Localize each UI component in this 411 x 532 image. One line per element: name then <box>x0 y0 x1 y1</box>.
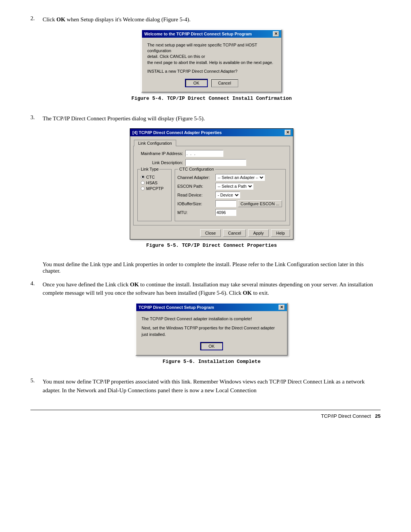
figure6-buttons: OK <box>142 342 282 350</box>
figure4-buttons: OK Cancel <box>147 79 276 87</box>
mainframe-ip-label: Mainframe IP Address: <box>137 151 183 156</box>
figure5-title: [4] TCP/IP Direct Connect Adapter Proper… <box>132 130 285 135</box>
item-2: 2. Click OK when Setup displays it's Wel… <box>30 15 381 107</box>
figure6-caption: Figure 5-6. Installation Complete <box>43 359 381 364</box>
iobuffersize-row: IOBufferSize: Configure ESCON ... <box>177 200 283 207</box>
figure4-line2: INSTALL a new TCP/IP Direct Connect Adap… <box>147 69 276 74</box>
item-number-4: 4. <box>30 280 43 287</box>
figure4-titlebar: Welcome to the TCP/IP Direct Connect Set… <box>142 30 281 38</box>
figure4-ok-button[interactable]: OK <box>185 79 208 87</box>
radio-mpcptp-label: MPCPTP <box>146 186 164 191</box>
ctc-config-box: CTC Configuration Channel Adapter: -- Se… <box>175 169 286 221</box>
figure5-close-icon[interactable]: ✕ <box>285 130 291 135</box>
read-device-row: Read Device: - Device ? <box>177 192 283 198</box>
spacer <box>141 172 168 175</box>
bottom-rule <box>30 410 381 410</box>
read-device-select[interactable]: - Device ? <box>215 192 240 198</box>
mtu-label: MTU: <box>177 210 215 215</box>
figure6-ok-button[interactable]: OK <box>200 342 223 350</box>
figure5-dialog: [4] TCP/IP Direct Connect Adapter Proper… <box>130 128 293 240</box>
figure5-titlebar: [4] TCP/IP Direct Connect Adapter Proper… <box>130 129 293 136</box>
figure5-help-button[interactable]: Help <box>271 229 290 237</box>
link-type-label: Link Type <box>140 167 159 171</box>
item-number-3: 3. <box>30 114 43 121</box>
figure4-close-icon[interactable]: ✕ <box>273 31 279 37</box>
footer-text: TCP/IP Direct Connect 25 <box>321 413 381 419</box>
channel-adapter-label: Channel Adapter: <box>177 175 215 180</box>
item-5: 5. You must now define TCP/IP properties… <box>30 377 381 398</box>
page-number: 25 <box>375 413 381 419</box>
tab-link-configuration[interactable]: Link Configuration <box>134 140 176 146</box>
item-body-3: The TCP/IP Direct Connect Properties dia… <box>43 114 381 254</box>
radio-ctc-row: CTC <box>141 175 168 179</box>
escon-path-row: ESCON Path: -- Select a Path -- <box>177 183 283 190</box>
link-type-box: Link Type CTC HSAS <box>137 169 172 221</box>
ok-bold: OK <box>56 16 65 22</box>
iobuffersize-input[interactable] <box>215 200 236 207</box>
ctc-config-label: CTC Configuration <box>178 167 215 171</box>
item-2-rest: when Setup displays it's Welcome dialog … <box>67 16 190 22</box>
figure6-line1: The TCP/IP Direct Connect adapter instal… <box>142 316 282 322</box>
radio-hsas[interactable] <box>141 181 145 185</box>
figure6-line2: Next, set the Windows TCP/IP properties … <box>142 325 282 337</box>
channel-adapter-row: Channel Adapter: -- Select an Adapter -- <box>177 174 283 181</box>
radio-mpcptp-row: MPCPTP <box>141 186 168 191</box>
link-desc-label: Link Description: <box>137 160 183 165</box>
item-2-text: Click OK when Setup displays it's Welcom… <box>43 15 381 24</box>
figure4-caption: Figure 5-4. TCP/IP Direct Connect Instal… <box>43 96 381 101</box>
figure5-close-button[interactable]: Close <box>200 229 221 237</box>
radio-ctc[interactable] <box>141 175 145 179</box>
footer: TCP/IP Direct Connect 25 <box>30 413 381 419</box>
figure6-title: TCP/IP Direct Connect Setup Program <box>139 305 279 310</box>
mtu-row: MTU: 4096 <box>177 209 283 216</box>
figure6-container: TCP/IP Direct Connect Setup Program ✕ Th… <box>43 303 381 356</box>
iobuffersize-label: IOBufferSize: <box>177 201 215 206</box>
link-desc-row: Link Description: <box>137 159 286 166</box>
figure4-container: Welcome to the TCP/IP Direct Connect Set… <box>43 29 381 93</box>
item-3: 3. The TCP/IP Direct Connect Properties … <box>30 114 381 254</box>
lower-section: Link Type CTC HSAS <box>137 169 286 221</box>
ok-bold-3: OK <box>243 290 252 296</box>
figure5-tabs: Link Configuration <box>132 138 292 146</box>
figure6-body: The TCP/IP Direct Connect adapter instal… <box>136 311 287 355</box>
item-4-text: Once you have defined the Link click OK … <box>43 280 381 297</box>
middle-paragraph: You must define the Link type and Link p… <box>43 261 381 274</box>
figure5-dialog-buttons: Close Cancel Apply Help <box>130 227 293 239</box>
figure5-tab-area: Link Configuration Mainframe IP Address:… <box>130 136 293 225</box>
figure4-cancel-button[interactable]: Cancel <box>211 79 238 87</box>
figure6-close-icon[interactable]: ✕ <box>279 305 285 310</box>
figure5-cancel-button[interactable]: Cancel <box>223 229 246 237</box>
radio-hsas-label: HSAS <box>146 181 158 185</box>
mainframe-ip-row: Mainframe IP Address: <box>137 150 286 157</box>
item-body-4: Once you have defined the Link click OK … <box>43 280 381 371</box>
figure5-caption: Figure 5-5. TCP/IP Direct Connect Proper… <box>43 243 381 248</box>
figure6-titlebar: TCP/IP Direct Connect Setup Program ✕ <box>136 304 287 311</box>
link-desc-input[interactable] <box>185 159 246 166</box>
read-device-label: Read Device: <box>177 193 215 197</box>
figure4-line1: The next setup page will require specifi… <box>147 42 276 66</box>
item-number-5: 5. <box>30 377 43 384</box>
item-4: 4. Once you have defined the Link click … <box>30 280 381 371</box>
figure5-container: [4] TCP/IP Direct Connect Adapter Proper… <box>43 128 381 240</box>
figure6-dialog: TCP/IP Direct Connect Setup Program ✕ Th… <box>135 303 288 356</box>
channel-adapter-select[interactable]: -- Select an Adapter -- <box>215 174 265 181</box>
mtu-input[interactable]: 4096 <box>215 209 236 216</box>
escon-path-label: ESCON Path: <box>177 184 215 189</box>
figure5-tab-content: Mainframe IP Address: Link Description: <box>133 146 290 225</box>
figure4-body: The next setup page will require specifi… <box>142 38 281 92</box>
item-number-2: 2. <box>30 15 43 22</box>
radio-mpcptp[interactable] <box>141 187 145 190</box>
configure-escon-button[interactable]: Configure ESCON ... <box>238 200 282 207</box>
radio-hsas-row: HSAS <box>141 181 168 185</box>
item-3-text: The TCP/IP Direct Connect Properties dia… <box>43 114 381 123</box>
ok-bold-2: OK <box>130 281 139 288</box>
escon-path-select[interactable]: -- Select a Path -- <box>215 183 253 190</box>
radio-ctc-label: CTC <box>146 175 155 179</box>
mainframe-ip-input[interactable] <box>185 150 223 157</box>
figure5-apply-button[interactable]: Apply <box>248 229 269 237</box>
middle-paragraph-text: You must define the Link type and Link p… <box>43 261 381 274</box>
item-body-2: Click OK when Setup displays it's Welcom… <box>43 15 381 107</box>
figure4-title: Welcome to the TCP/IP Direct Connect Set… <box>144 32 273 36</box>
page-content: 2. Click OK when Setup displays it's Wel… <box>30 15 381 419</box>
figure4-dialog: Welcome to the TCP/IP Direct Connect Set… <box>141 29 282 93</box>
